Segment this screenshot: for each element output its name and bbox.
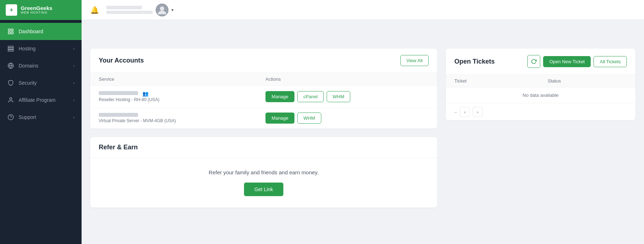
manage-button-1[interactable]: Manage bbox=[265, 91, 294, 102]
support-chevron-icon: › bbox=[73, 115, 74, 119]
svg-rect-1 bbox=[11, 29, 13, 31]
refresh-button[interactable] bbox=[527, 55, 540, 68]
actions-column-header: Actions bbox=[257, 73, 437, 86]
get-link-button[interactable]: Get Link bbox=[244, 183, 283, 196]
svg-rect-2 bbox=[8, 32, 10, 34]
user-menu[interactable]: ▾ bbox=[106, 4, 174, 16]
service-column-header: Service bbox=[90, 73, 257, 86]
whm-button-2[interactable]: WHM bbox=[297, 113, 321, 124]
user-menu-chevron-icon[interactable]: ▾ bbox=[171, 8, 174, 13]
refresh-icon bbox=[531, 59, 537, 64]
support-icon bbox=[7, 114, 14, 121]
sidebar-item-affiliate[interactable]: Affiliate Program › bbox=[0, 91, 82, 109]
manage-button-2[interactable]: Manage bbox=[265, 113, 294, 124]
cpanel-button-1[interactable]: cPanel bbox=[297, 91, 324, 102]
actions-cell-2: Manage WHM bbox=[257, 108, 437, 129]
service-cell-2: Virtual Private Server - MVM-4GB (USA) bbox=[90, 108, 257, 129]
refer-description: Refer your family and friends and earn m… bbox=[209, 169, 318, 175]
refer-card-title: Refer & Earn bbox=[99, 144, 138, 151]
all-tickets-button[interactable]: All Tickets bbox=[594, 56, 627, 67]
action-buttons-row2: Manage WHM bbox=[265, 113, 429, 124]
avatar[interactable] bbox=[156, 4, 169, 16]
whm-button-1[interactable]: WHM bbox=[327, 91, 351, 102]
svg-rect-4 bbox=[8, 46, 14, 48]
domains-chevron-icon: › bbox=[73, 64, 74, 68]
right-column: Open Tickets Open New Ticket All Tickets… bbox=[446, 49, 635, 120]
security-chevron-icon: › bbox=[73, 81, 74, 85]
svg-point-13 bbox=[160, 6, 164, 11]
refer-card-header: Refer & Earn bbox=[90, 137, 437, 158]
sidebar: + GreenGeeks WEB HOSTING Dashboard Hosti… bbox=[0, 0, 82, 244]
action-buttons-row1: Manage cPanel WHM bbox=[265, 91, 429, 102]
view-all-button[interactable]: View All bbox=[400, 55, 429, 66]
affiliate-icon bbox=[7, 96, 14, 104]
tickets-card-header: Open Tickets Open New Ticket All Tickets bbox=[446, 49, 635, 75]
username-text bbox=[106, 6, 142, 9]
domains-icon bbox=[7, 62, 14, 69]
svg-rect-5 bbox=[8, 48, 14, 50]
accounts-card-header: Your Accounts View All bbox=[90, 49, 437, 73]
logo-text: GreenGeeks WEB HOSTING bbox=[21, 5, 52, 15]
sidebar-item-hosting[interactable]: Hosting › bbox=[0, 40, 82, 57]
ticket-column-header: Ticket bbox=[446, 75, 539, 88]
svg-rect-6 bbox=[8, 50, 14, 51]
sidebar-item-domains[interactable]: Domains › bbox=[0, 57, 82, 74]
accounts-table: Service Actions 👥 Reseller Hosting - RH-… bbox=[90, 73, 437, 129]
service-name-blurred-1 bbox=[99, 91, 138, 95]
logo[interactable]: + GreenGeeks WEB HOSTING bbox=[0, 0, 82, 20]
svg-rect-0 bbox=[8, 29, 10, 31]
service-name-blurred-2 bbox=[99, 113, 138, 117]
page-info: – bbox=[454, 109, 457, 115]
sidebar-nav: Dashboard Hosting › Domains › Security › bbox=[0, 20, 82, 244]
hosting-chevron-icon: › bbox=[73, 47, 74, 51]
affiliate-chevron-icon: › bbox=[73, 98, 74, 102]
tickets-card: Open Tickets Open New Ticket All Tickets… bbox=[446, 49, 635, 120]
svg-point-9 bbox=[10, 98, 12, 100]
pagination: – ‹ › bbox=[446, 103, 635, 120]
svg-rect-3 bbox=[11, 32, 13, 34]
sidebar-item-support[interactable]: Support › bbox=[0, 109, 82, 126]
left-column: Your Accounts View All Service Actions bbox=[90, 49, 437, 208]
email-text bbox=[106, 11, 153, 14]
refer-card: Refer & Earn Refer your family and frien… bbox=[90, 137, 437, 208]
tickets-header-buttons: Open New Ticket All Tickets bbox=[527, 55, 627, 68]
notification-bell-icon[interactable]: 🔔 bbox=[90, 6, 99, 14]
logo-icon: + bbox=[6, 4, 17, 16]
accounts-card-title: Your Accounts bbox=[99, 57, 144, 64]
table-row: 👥 Reseller Hosting - RH-80 (USA) Manage … bbox=[90, 86, 437, 108]
next-page-button[interactable]: › bbox=[473, 107, 483, 117]
sidebar-item-dashboard[interactable]: Dashboard bbox=[0, 23, 82, 40]
open-new-ticket-button[interactable]: Open New Ticket bbox=[543, 56, 591, 67]
top-bar: 🔔 ▾ bbox=[82, 0, 644, 20]
service-sub-2: Virtual Private Server - MVM-4GB (USA) bbox=[99, 118, 248, 123]
users-icon: 👥 bbox=[142, 91, 148, 96]
prev-page-button[interactable]: ‹ bbox=[460, 107, 470, 117]
table-row: Virtual Private Server - MVM-4GB (USA) M… bbox=[90, 108, 437, 129]
service-cell-1: 👥 Reseller Hosting - RH-80 (USA) bbox=[90, 86, 257, 108]
no-data-row: No data available bbox=[446, 88, 635, 103]
sidebar-item-security[interactable]: Security › bbox=[0, 74, 82, 91]
dashboard-icon bbox=[7, 28, 14, 35]
main-content: Your Accounts View All Service Actions bbox=[82, 40, 644, 244]
actions-cell-1: Manage cPanel WHM bbox=[257, 86, 437, 108]
status-column-header: Status bbox=[539, 75, 635, 88]
user-info bbox=[106, 6, 153, 14]
tickets-card-title: Open Tickets bbox=[454, 58, 495, 65]
security-icon bbox=[7, 79, 14, 86]
no-data-cell: No data available bbox=[446, 88, 635, 103]
hosting-icon bbox=[7, 45, 14, 52]
service-sub-1: Reseller Hosting - RH-80 (USA) bbox=[99, 97, 248, 102]
accounts-card: Your Accounts View All Service Actions bbox=[90, 49, 437, 129]
refer-card-body: Refer your family and friends and earn m… bbox=[90, 158, 437, 208]
tickets-table: Ticket Status No data available bbox=[446, 75, 635, 103]
